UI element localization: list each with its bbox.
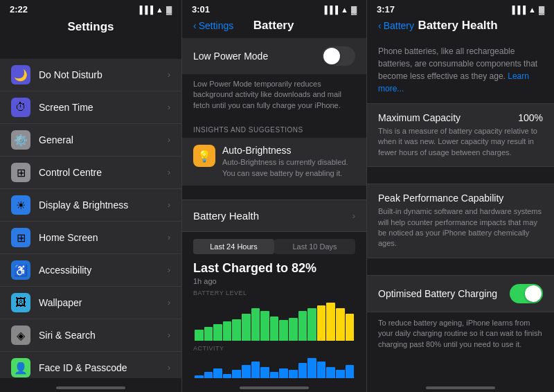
bh-intro: Phone batteries, like all rechargeable b… bbox=[367, 38, 554, 103]
settings-item-do-not-disturb[interactable]: 🌙Do Not Disturb› bbox=[0, 59, 181, 91]
max-capacity-row: Maximum Capacity 100% This is a measure … bbox=[367, 103, 554, 167]
wifi-icon-3: ▲ bbox=[528, 6, 536, 14]
auto-brightness-icon: 💡 bbox=[193, 145, 215, 167]
low-power-mode-row[interactable]: Low Power Mode bbox=[182, 38, 366, 74]
tab-10d[interactable]: Last 10 Days bbox=[274, 239, 355, 254]
chevron-right-icon: › bbox=[168, 70, 170, 80]
battery-health-panel: 3:17 ▐▐▐ ▲ ▓ ‹ Battery Battery Health Ph… bbox=[367, 0, 554, 392]
battery-back-btn[interactable]: ‹ Settings bbox=[193, 20, 233, 31]
optimised-label: Optimised Battery Charging bbox=[378, 288, 497, 299]
settings-item-icon: 🌙 bbox=[11, 65, 30, 84]
max-capacity-header: Maximum Capacity 100% bbox=[378, 112, 543, 123]
battery-content: Low Power Mode Low Power Mode temporaril… bbox=[182, 38, 366, 378]
settings-item-accessibility[interactable]: ♿Accessibility› bbox=[0, 254, 181, 287]
battery-bar bbox=[195, 330, 204, 341]
activity-bar bbox=[336, 370, 345, 378]
max-capacity-value: 100% bbox=[518, 112, 543, 123]
activity-bar bbox=[232, 370, 241, 378]
activity-bar bbox=[326, 367, 335, 378]
auto-brightness-title: Auto-Brightness bbox=[222, 145, 355, 156]
last-charged: Last Charged to 82% bbox=[193, 261, 355, 276]
activity-bar bbox=[317, 362, 326, 378]
low-power-desc: Low Power Mode temporarily reduces backg… bbox=[182, 75, 366, 118]
auto-brightness-text: Auto-Brightness Auto-Brightness is curre… bbox=[222, 145, 355, 179]
settings-item-icon: ⊞ bbox=[11, 163, 30, 182]
battery-bar bbox=[279, 320, 288, 341]
spacer bbox=[0, 39, 181, 59]
chevron-left-icon-3: ‹ bbox=[378, 20, 382, 31]
chevron-right-icon: › bbox=[168, 298, 170, 308]
signal-icon-3: ▐▐▐ bbox=[510, 6, 526, 14]
auto-brightness-card[interactable]: 💡 Auto-Brightness Auto-Brightness is cur… bbox=[182, 138, 366, 186]
tab-24h[interactable]: Last 24 Hours bbox=[193, 239, 274, 254]
max-capacity-desc: This is a measure of battery capacity re… bbox=[378, 126, 543, 158]
chevron-right-icon: › bbox=[168, 200, 170, 210]
bh-back-label: Battery bbox=[384, 20, 414, 31]
battery-bar bbox=[260, 311, 269, 341]
battery-bar bbox=[213, 324, 222, 341]
settings-item-label: Home Screen bbox=[39, 232, 168, 243]
toggle-knob bbox=[323, 48, 340, 64]
bh-back-btn[interactable]: ‹ Battery bbox=[378, 20, 414, 31]
settings-item-home-screen[interactable]: ⊞Home Screen› bbox=[0, 222, 181, 254]
settings-item-wallpaper[interactable]: 🖼Wallpaper› bbox=[0, 287, 181, 319]
settings-items: 🌙Do Not Disturb›⏱Screen Time›⚙️General›⊞… bbox=[0, 59, 181, 378]
activity-bar bbox=[298, 363, 307, 378]
activity-bar bbox=[289, 370, 298, 378]
max-capacity-title: Maximum Capacity bbox=[378, 112, 461, 123]
insights-header: INSIGHTS AND SUGGESTIONS bbox=[182, 118, 366, 138]
charge-time: 1h ago bbox=[193, 277, 355, 285]
activity-label: ACTIVITY bbox=[193, 345, 355, 352]
settings-item-label: Control Centre bbox=[39, 167, 168, 178]
battery-bar bbox=[270, 317, 279, 341]
settings-item-display-&-brightness[interactable]: ☀Display & Brightness› bbox=[0, 189, 181, 222]
settings-panel: 2:22 ▐▐▐ ▲ ▓ Settings 🌙Do Not Disturb›⏱S… bbox=[0, 0, 182, 392]
battery-icon-3: ▓ bbox=[539, 6, 544, 14]
peak-perf-title: Peak Performance Capability bbox=[378, 193, 503, 204]
home-bar-3 bbox=[426, 386, 495, 389]
time-2: 3:01 bbox=[192, 4, 210, 15]
bh-nav: ‹ Battery Battery Health bbox=[367, 17, 554, 38]
battery-bar bbox=[289, 318, 298, 341]
settings-item-icon: ◈ bbox=[11, 326, 30, 345]
status-icons-1: ▐▐▐ ▲ ▓ bbox=[137, 6, 172, 14]
settings-item-general[interactable]: ⚙️General› bbox=[0, 124, 181, 157]
wifi-icon-2: ▲ bbox=[341, 6, 348, 14]
signal-icon: ▐▐▐ bbox=[137, 6, 153, 14]
settings-item-icon: 👤 bbox=[11, 358, 30, 377]
battery-bar bbox=[223, 321, 232, 341]
settings-item-siri-&-search[interactable]: ◈Siri & Search› bbox=[0, 319, 181, 352]
low-power-toggle[interactable] bbox=[322, 46, 355, 66]
peak-perf-header: Peak Performance Capability bbox=[378, 193, 543, 204]
settings-item-icon: ♿ bbox=[11, 260, 30, 280]
home-indicator-1 bbox=[0, 378, 181, 392]
optimised-toggle[interactable] bbox=[510, 284, 543, 303]
signal-icon-2: ▐▐▐ bbox=[322, 6, 338, 14]
settings-item-control-centre[interactable]: ⊞Control Centre› bbox=[0, 157, 181, 189]
bh-spacer2 bbox=[367, 258, 554, 275]
settings-item-icon: 🖼 bbox=[11, 293, 30, 312]
battery-level-label: BATTERY LEVEL bbox=[193, 289, 355, 296]
chevron-right-icon: › bbox=[168, 363, 170, 373]
battery-health-row[interactable]: Battery Health › bbox=[182, 199, 366, 232]
settings-title: Settings bbox=[0, 17, 181, 39]
optimised-toggle-row[interactable]: Optimised Battery Charging bbox=[367, 275, 554, 312]
battery-health-label: Battery Health bbox=[193, 210, 259, 222]
activity-bar bbox=[242, 365, 251, 378]
bh-title: Battery Health bbox=[418, 19, 497, 33]
time-1: 2:22 bbox=[10, 4, 28, 15]
chevron-right-icon: › bbox=[168, 168, 170, 177]
settings-item-screen-time[interactable]: ⏱Screen Time› bbox=[0, 91, 181, 124]
status-icons-2: ▐▐▐ ▲ ▓ bbox=[322, 6, 357, 14]
battery-chart bbox=[193, 299, 355, 341]
settings-item-label: Wallpaper bbox=[39, 297, 168, 308]
peak-perf-row: Peak Performance Capability Built-in dyn… bbox=[367, 184, 554, 258]
chevron-right-icon: › bbox=[168, 233, 170, 242]
home-bar-1 bbox=[56, 386, 125, 389]
settings-item-label: Face ID & Passcode bbox=[39, 362, 168, 373]
settings-item-face-id-&-passcode[interactable]: 👤Face ID & Passcode› bbox=[0, 352, 181, 378]
settings-item-label: Siri & Search bbox=[39, 330, 168, 341]
activity-chart bbox=[193, 355, 355, 378]
status-bar-3: 3:17 ▐▐▐ ▲ ▓ bbox=[367, 0, 554, 17]
battery-bar bbox=[242, 314, 251, 341]
